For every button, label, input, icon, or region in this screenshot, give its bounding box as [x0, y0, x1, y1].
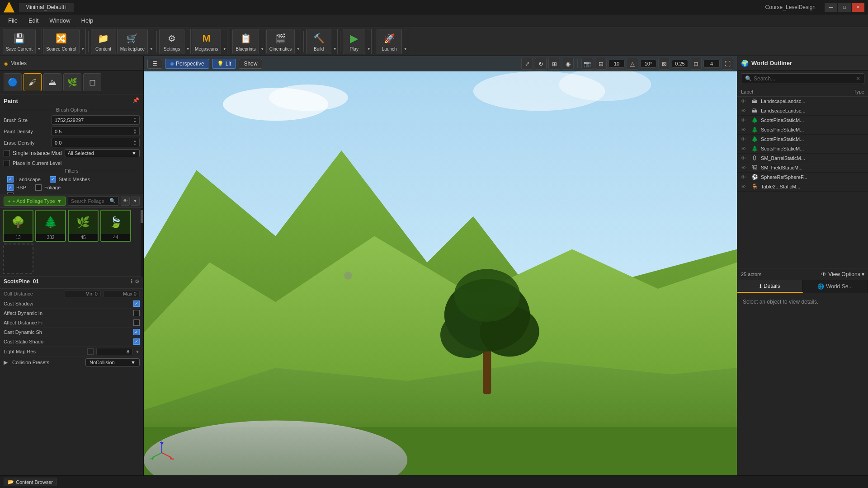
world-settings-tab[interactable]: 🌐 World Se...	[803, 280, 868, 293]
source-control-arrow[interactable]: ▼	[80, 29, 86, 54]
outliner-search-box[interactable]: 🔍 Search... ✕	[741, 73, 864, 84]
outliner-item-2[interactable]: 👁 🏔 LandscapeLandsc...	[737, 106, 868, 116]
place-current-checkbox[interactable]	[4, 160, 10, 166]
eye-icon-5[interactable]: 👁	[741, 136, 748, 142]
paint-density-input[interactable]: 0,5 ▲ ▼	[52, 127, 140, 136]
blueprints-arrow[interactable]: ▼	[260, 29, 265, 54]
landscape-checkbox[interactable]: ✓	[7, 176, 14, 183]
eye-icon-2[interactable]: 👁	[741, 108, 748, 113]
cinematics-arrow[interactable]: ▼	[296, 29, 301, 54]
all-selected-dropdown[interactable]: All Selected ▼	[65, 149, 140, 157]
lit-button[interactable]: 💡 Lit	[212, 59, 236, 69]
transform-mode-button[interactable]: ◉	[562, 58, 574, 70]
megascans-button[interactable]: M Megascans	[192, 29, 221, 54]
cut-distance-max[interactable]: Max 0	[104, 290, 140, 297]
foliage-tool-button[interactable]: 🌿	[63, 73, 81, 91]
eye-icon-7[interactable]: 👁	[741, 155, 748, 161]
add-foliage-button[interactable]: + + Add Foliage Type ▼	[4, 197, 66, 206]
cut-distance-min[interactable]: Min 0	[65, 290, 101, 297]
eye-icon-4[interactable]: 👁	[741, 127, 748, 132]
play-button[interactable]: ▶ Play	[343, 29, 365, 54]
paint-tool-button[interactable]: 🖌	[24, 73, 42, 91]
light-map-res-input[interactable]: 8	[96, 348, 132, 355]
menu-edit[interactable]: Edit	[24, 15, 43, 26]
sculpt-tool-button[interactable]: ⛰	[43, 73, 61, 91]
outliner-item-4[interactable]: 👁 🌲 ScotsPineStaticM...	[737, 125, 868, 135]
marketplace-button[interactable]: 🛒 Marketplace	[117, 29, 148, 54]
rotate-tool-button[interactable]: ↻	[535, 58, 547, 70]
build-arrow[interactable]: ▼	[332, 29, 338, 54]
marketplace-arrow[interactable]: ▼	[149, 29, 154, 54]
outliner-item-8[interactable]: 👁 🏗 SM_FieldStaticM...	[737, 163, 868, 173]
eye-icon-9[interactable]: 👁	[741, 174, 748, 180]
bsp-checkbox[interactable]: ✓	[7, 184, 14, 191]
brush-size-up[interactable]: ▲	[133, 117, 137, 120]
foliage-checkbox[interactable]	[35, 184, 42, 191]
foliage-search-box[interactable]: Search Foliage 🔍	[68, 196, 119, 206]
cast-static-checkbox[interactable]: ✓	[133, 338, 140, 345]
settings-arrow[interactable]: ▼	[185, 29, 191, 54]
eye-icon-1[interactable]: 👁	[741, 99, 748, 104]
settings-button[interactable]: ⚙ Settings	[159, 29, 184, 54]
snap-button[interactable]: ⊡	[690, 58, 702, 70]
snap-value-input[interactable]: 4	[703, 60, 720, 68]
menu-window[interactable]: Window	[45, 15, 75, 26]
blueprints-button[interactable]: 📋 Blueprints	[232, 29, 259, 54]
eye-icon-8[interactable]: 👁	[741, 165, 748, 170]
perspective-button[interactable]: ◈ Perspective	[165, 59, 209, 69]
save-dropdown-arrow[interactable]: ▼	[37, 29, 42, 54]
grid-value-input[interactable]: 10	[609, 60, 625, 68]
outliner-item-9[interactable]: 👁 ⚽ SphereRefSphereF...	[737, 173, 868, 182]
view-options-button[interactable]: 👁 View Options ▾	[821, 271, 864, 277]
eye-icon-10[interactable]: 👁	[741, 184, 748, 189]
outliner-item-5[interactable]: 👁 🌲 ScotsPineStaticM...	[737, 135, 868, 144]
outliner-item-10[interactable]: 👁 🪑 Table2...StaticM...	[737, 182, 868, 192]
cast-dynamic-checkbox[interactable]: ✓	[133, 329, 140, 335]
viewport-menu-button[interactable]: ☰	[147, 59, 162, 69]
content-button[interactable]: 📁 Content	[91, 29, 116, 54]
cast-shadow-checkbox[interactable]: ✓	[133, 300, 140, 307]
close-button[interactable]: ✕	[852, 3, 864, 12]
build-button[interactable]: 🔨 Build	[306, 29, 331, 54]
launch-arrow[interactable]: ▼	[403, 29, 408, 54]
foliage-thumb-3[interactable]: 🌿 45	[68, 210, 99, 242]
single-instance-checkbox[interactable]	[4, 150, 10, 156]
save-current-button[interactable]: 💾 Save Current	[3, 29, 36, 54]
foliage-thumb-1[interactable]: 🌳 13	[3, 210, 33, 242]
pin-icon[interactable]: 📌	[132, 97, 140, 104]
cinematics-button[interactable]: 🎬 Cinematics	[266, 29, 295, 54]
megascans-arrow[interactable]: ▼	[222, 29, 227, 54]
outliner-item-1[interactable]: 👁 🏔 LandscapeLandsc...	[737, 97, 868, 106]
outliner-item-6[interactable]: 👁 🌲 ScotsPineStaticM...	[737, 144, 868, 154]
erase-density-input[interactable]: 0,0 ▲ ▼	[52, 138, 140, 147]
foliage-thumb-2[interactable]: 🌲 382	[35, 210, 66, 242]
source-control-button[interactable]: 🔀 Source Control	[43, 29, 80, 54]
maximize-button[interactable]: □	[838, 3, 851, 12]
menu-file[interactable]: File	[4, 15, 22, 26]
foliage-thumb-4[interactable]: 🍃 44	[100, 210, 131, 242]
angle-value-input[interactable]: 10°	[640, 60, 656, 68]
foliage-options-button[interactable]: ▼	[131, 197, 140, 206]
select-tool-button[interactable]: 🔵	[4, 73, 22, 91]
collision-presets-dropdown[interactable]: NoCollision ▼	[85, 358, 140, 366]
show-button[interactable]: Show	[239, 59, 262, 69]
brush-size-input[interactable]: 1752,529297 ▲ ▼	[52, 115, 140, 125]
minimize-button[interactable]: —	[825, 3, 837, 12]
collision-expand-icon[interactable]: ▶	[4, 359, 8, 366]
light-map-res-checkbox[interactable]	[87, 348, 94, 355]
angle-toggle-button[interactable]: △	[627, 58, 638, 70]
details-tab[interactable]: ℹ Details	[737, 280, 803, 293]
scale-tool-button[interactable]: ⊞	[548, 58, 560, 70]
brush-size-down[interactable]: ▼	[133, 120, 137, 123]
outliner-item-7[interactable]: 👁 🛢 SM_BarrelStaticM...	[737, 154, 868, 163]
grid-toggle-button[interactable]: ⊞	[595, 58, 607, 70]
play-arrow[interactable]: ▼	[366, 29, 372, 54]
foliage-scrollbar-thumb[interactable]	[141, 210, 143, 223]
menu-help[interactable]: Help	[77, 15, 98, 26]
outliner-item-3[interactable]: 👁 🌲 ScotsPineStaticM...	[737, 116, 868, 125]
camera-speed-button[interactable]: 📷	[581, 58, 593, 70]
eye-icon-6[interactable]: 👁	[741, 146, 748, 151]
launch-button[interactable]: 🚀 Launch	[377, 29, 402, 54]
static-meshes-checkbox[interactable]: ✓	[50, 176, 56, 183]
scale-value-input[interactable]: 0.25	[672, 60, 688, 68]
